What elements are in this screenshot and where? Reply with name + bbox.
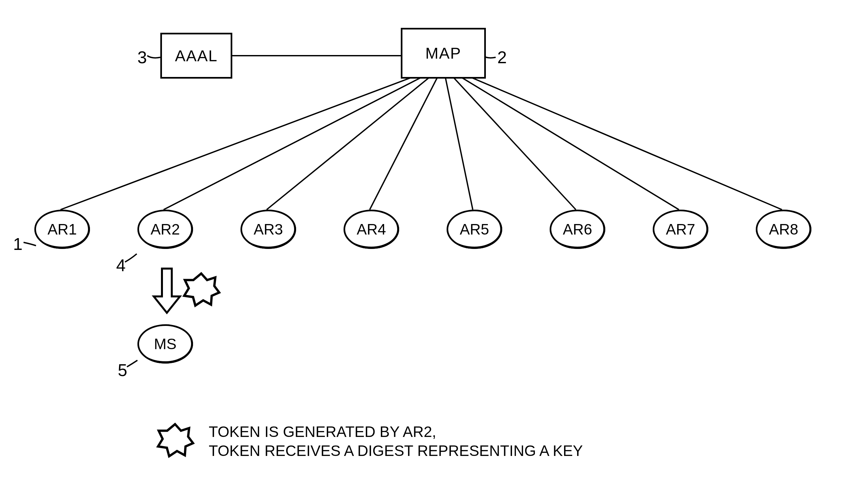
svg-line-8 [466,75,782,210]
ar3-label: AR3 [254,221,283,238]
legend-line2: TOKEN RECEIVES A DIGEST REPRESENTING A K… [209,442,583,459]
aaal-ref: 3 [137,48,147,67]
ar1-node: AR1 [34,210,90,249]
ar4-label: AR4 [356,221,386,238]
ar7-label: AR7 [666,221,695,238]
ar1-ref: 1 [13,234,23,254]
ar2-label: AR2 [151,221,180,238]
ar6-label: AR6 [563,221,592,238]
ms-label: MS [154,335,177,353]
svg-line-2 [163,75,425,210]
aaal-label: AAAL [175,47,218,65]
ar7-node: AR7 [653,210,708,249]
ar3-node: AR3 [241,210,296,249]
svg-line-5 [445,75,473,210]
ar2-node: AR2 [137,210,193,249]
ar1-label: AR1 [48,221,76,238]
map-box: MAP [401,28,486,79]
svg-line-1 [61,75,417,210]
svg-line-3 [267,75,432,210]
svg-line-7 [458,75,679,210]
ar5-label: AR5 [460,221,489,238]
ar8-label: AR8 [769,221,798,238]
token-icon [183,272,219,308]
ms-node: MS [137,324,193,364]
ar6-node: AR6 [550,210,605,249]
legend-line1: TOKEN IS GENERATED BY AR2, [209,423,436,440]
down-arrow-icon [154,268,180,314]
svg-line-4 [370,75,438,210]
svg-line-6 [452,75,576,210]
legend-text: TOKEN IS GENERATED BY AR2, TOKEN RECEIVE… [209,423,583,460]
ms-ref: 5 [118,360,127,380]
aaal-box: AAAL [160,33,232,79]
map-label: MAP [425,44,461,62]
ar8-node: AR8 [756,210,811,249]
ar4-node: AR4 [344,210,399,249]
legend: TOKEN IS GENERATED BY AR2, TOKEN RECEIVE… [199,423,583,460]
ar2-ref: 4 [116,256,126,275]
ar5-node: AR5 [446,210,502,249]
map-ref: 2 [497,48,507,67]
